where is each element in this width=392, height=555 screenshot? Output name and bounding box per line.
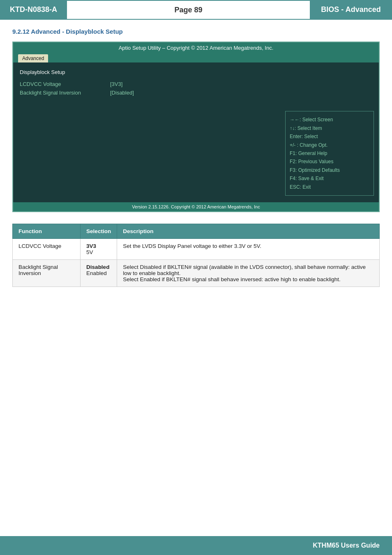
bios-item-lcdvcc-value: [3V3] (110, 81, 122, 87)
bios-help-box: →←: Select Screen ↑↓: Select Item Enter:… (285, 111, 374, 196)
bios-item-lcdvcc-name: LCDVCC Voltage (20, 81, 110, 87)
row1-selection: 3V3 5V (81, 239, 117, 260)
header-bar: KTD-N0838-A Page 89 BIOS - Advanced (0, 0, 392, 20)
bios-title-bar: Aptio Setup Utility – Copyright © 2012 A… (13, 42, 379, 53)
help-esc: ESC: Exit (290, 183, 369, 191)
bios-screenshot-box: Aptio Setup Utility – Copyright © 2012 A… (12, 42, 380, 212)
function-table: Function Selection Description LCDVCC Vo… (12, 224, 380, 287)
bios-item-backlight-value: [Disabled] (110, 90, 134, 96)
col-selection: Selection (81, 224, 117, 239)
function-table-section: Function Selection Description LCDVCC Vo… (12, 224, 380, 287)
help-select-screen: →←: Select Screen (290, 116, 369, 124)
page-number: Page 89 (174, 6, 202, 14)
row2-function: Backlight Signal Inversion (13, 260, 81, 287)
help-f3: F3: Optimized Defaults (290, 166, 369, 174)
page-footer: KTHM65 Users Guide (0, 536, 392, 555)
bios-version-footer: Version 2.15.1226. Copyright © 2012 Amer… (13, 202, 379, 211)
col-description: Description (117, 224, 380, 239)
header-bios-label: BIOS - Advanced (310, 0, 392, 19)
table-row: LCDVCC Voltage 3V3 5V Set the LVDS Displ… (13, 239, 380, 260)
bios-content-area: Displayblock Setup LCDVCC Voltage [3V3] … (13, 62, 379, 202)
help-f2: F2: Previous Values (290, 157, 369, 166)
header-page-label: Page 89 (67, 0, 310, 19)
bios-item-lcdvcc: LCDVCC Voltage [3V3] (20, 81, 274, 87)
table-header-row: Function Selection Description (13, 224, 380, 239)
bios-section-heading: Displayblock Setup (20, 69, 274, 75)
bios-copyright: Aptio Setup Utility – Copyright © 2012 A… (119, 45, 274, 51)
ktd-title: KTD-N0838-A (10, 5, 57, 14)
help-f4: F4: Save & Exit (290, 174, 369, 183)
bios-title: BIOS - Advanced (321, 5, 380, 14)
help-f1: F1: General Help (290, 149, 369, 157)
row1-function: LCDVCC Voltage (13, 239, 81, 260)
bios-right-panel: →←: Select Screen ↑↓: Select Item Enter:… (280, 62, 379, 202)
footer-label: KTHM65 Users Guide (313, 542, 380, 549)
col-function: Function (13, 224, 81, 239)
table-row: Backlight Signal Inversion Disabled Enab… (13, 260, 380, 287)
section-title: 9.2.12 Advanced - Displayblock Setup (0, 20, 392, 42)
bios-item-backlight-name: Backlight Signal Inversion (20, 90, 110, 96)
header-ktd-label: KTD-N0838-A (0, 0, 67, 19)
bios-tab-advanced[interactable]: Advanced (18, 54, 48, 62)
row2-description: Select Disabled if BKLTEN# signal (avail… (117, 260, 380, 287)
row1-description: Set the LVDS Display Panel voltage to ei… (117, 239, 380, 260)
help-change-opt: +/- : Change Opt. (290, 141, 369, 149)
bios-item-backlight: Backlight Signal Inversion [Disabled] (20, 90, 274, 96)
help-enter-select: Enter: Select (290, 132, 369, 141)
bios-left-panel: Displayblock Setup LCDVCC Voltage [3V3] … (13, 62, 280, 202)
bios-tab-bar: Advanced (13, 53, 379, 62)
help-select-item: ↑↓: Select Item (290, 124, 369, 132)
row2-selection: Disabled Enabled (81, 260, 117, 287)
